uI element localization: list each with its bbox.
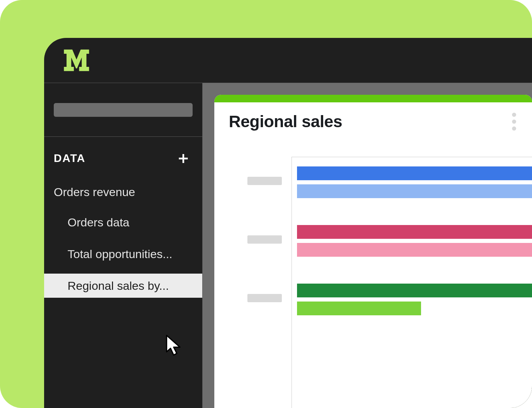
chart-bar (297, 243, 532, 257)
add-data-icon[interactable] (178, 153, 188, 164)
app-logo-icon (63, 49, 90, 72)
canvas: Regional sales (203, 83, 532, 408)
topbar (44, 38, 532, 83)
chart-category-label (247, 294, 282, 302)
chart-bar (297, 225, 532, 239)
sidebar: DATA Orders revenue Orders data Total op… (44, 83, 203, 408)
chart-bar (297, 184, 532, 198)
shell-body: DATA Orders revenue Orders data Total op… (44, 83, 532, 408)
tree-item-label: Orders data (68, 216, 130, 229)
sidebar-section-title: DATA (54, 152, 85, 165)
tree-item-regional-sales[interactable]: Regional sales by... (44, 274, 202, 298)
sidebar-tree: Orders revenue Orders data Total opportu… (44, 173, 202, 298)
tree-item-orders-data[interactable]: Orders data (44, 210, 202, 234)
sidebar-section-header: DATA (44, 137, 202, 173)
chart-bar (297, 302, 421, 315)
tree-item-label: Total opportunities... (68, 247, 172, 261)
cursor-icon (165, 335, 183, 357)
tree-item-total-opportunities[interactable]: Total opportunities... (44, 242, 202, 266)
tree-item-label: Orders revenue (54, 185, 135, 199)
app-shell: DATA Orders revenue Orders data Total op… (44, 38, 532, 408)
tree-item-orders-revenue[interactable]: Orders revenue (44, 180, 202, 204)
card-title: Regional sales (229, 112, 342, 131)
chart-bar (297, 284, 532, 297)
chart-category-label (247, 177, 282, 185)
chart-bar (297, 166, 532, 180)
chart-area (235, 160, 532, 408)
search-row (44, 83, 202, 136)
card-accent-bar (214, 95, 532, 102)
chart-category-label (247, 235, 282, 244)
chart-card: Regional sales (214, 95, 532, 408)
promo-card-background: DATA Orders revenue Orders data Total op… (0, 0, 532, 408)
search-input[interactable] (54, 103, 193, 117)
tree-item-label: Regional sales by... (68, 279, 169, 293)
chart-gridline (291, 157, 532, 157)
card-menu-icon[interactable] (512, 113, 516, 131)
card-header: Regional sales (214, 102, 532, 135)
chart-y-axis (291, 157, 292, 408)
